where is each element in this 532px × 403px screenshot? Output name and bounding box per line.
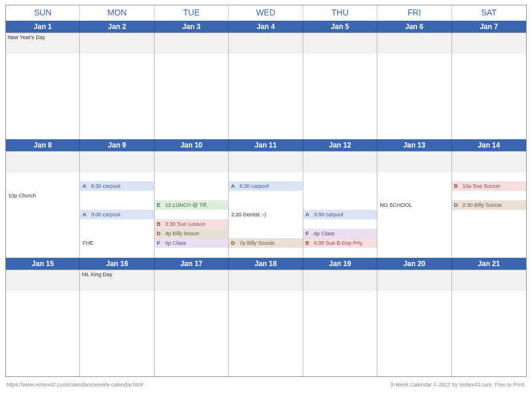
event-tagged: A8:30 carpool — [229, 181, 302, 191]
date-header: Jan 14 — [452, 139, 526, 151]
day-cell[interactable] — [155, 270, 229, 376]
date-header: Jan 4 — [229, 21, 303, 33]
date-header: Jan 9 — [80, 139, 154, 151]
event-plain: 10p Church — [6, 191, 79, 200]
event-text: 2:30 Billy Soccer — [460, 202, 526, 208]
date-header: Jan 11 — [229, 139, 303, 151]
day-cell[interactable] — [6, 270, 80, 376]
event-category-tag: A — [303, 212, 312, 218]
event-category-tag: D — [452, 202, 460, 208]
dow-header: WED — [229, 5, 303, 21]
event-category-tag: F — [155, 240, 163, 246]
event-text: 7p Billy Scouts — [237, 240, 302, 246]
date-header: Jan 19 — [303, 258, 377, 270]
event-text: 4p Billy lesson — [163, 231, 228, 236]
event-category-tag: B — [452, 183, 460, 189]
date-header: Jan 17 — [155, 258, 229, 270]
event-category-tag: A — [80, 212, 88, 218]
event-tagged: F6p Class — [155, 238, 228, 248]
allday-strip — [80, 33, 153, 53]
date-header: Jan 3 — [155, 21, 229, 33]
event-tagged: D2:30 Billy Soccer — [452, 200, 526, 210]
day-cell[interactable] — [229, 270, 303, 376]
allday-strip — [155, 33, 228, 53]
allday-strip: New Year's Day — [6, 33, 79, 53]
allday-strip — [155, 270, 228, 290]
event-category-tag: D — [155, 231, 163, 236]
allday-strip — [229, 33, 302, 53]
event-text: 6:30 Sue B-Day Prty — [312, 240, 377, 246]
event-category-tag: F — [303, 231, 312, 236]
event-text: 8:30 carpool — [237, 183, 302, 189]
date-header: Jan 16 — [80, 258, 154, 270]
day-cell[interactable] — [377, 33, 451, 139]
event-text: 3:00 carpool — [88, 212, 153, 218]
allday-strip — [80, 152, 153, 172]
allday-strip — [377, 33, 451, 53]
day-cell[interactable]: E12 LUNCH @ Tiff.B3:30 Sue LessonD4p Bil… — [155, 151, 229, 258]
event-category-tag: A — [229, 183, 237, 189]
event-text: 8:30 carpool — [88, 183, 153, 189]
day-cell[interactable] — [377, 270, 451, 376]
day-cell[interactable] — [80, 33, 154, 139]
date-header: Jan 18 — [229, 258, 303, 270]
day-cell[interactable]: New Year's Day — [6, 33, 80, 139]
day-cell[interactable]: A3:00 carpoolF6p ClassB6:30 Sue B-Day Pr… — [303, 151, 377, 258]
day-cell[interactable]: A8:30 carpoolA3:00 carpool FHE — [80, 151, 154, 258]
date-header: Jan 13 — [377, 139, 451, 151]
event-category-tag: D — [229, 240, 237, 246]
event-tagged: A3:00 carpool — [303, 210, 377, 219]
day-cell[interactable] — [452, 33, 526, 139]
date-header: Jan 15 — [6, 258, 80, 270]
date-header: Jan 7 — [452, 21, 526, 33]
footer: https://www.vertex42.com/calendars/weekl… — [5, 382, 527, 388]
dow-header: FRI — [377, 5, 451, 21]
event-category-tag: A — [80, 183, 88, 189]
day-cell[interactable] — [303, 270, 377, 376]
event-text: 12 LUNCH @ Tiff. — [163, 202, 228, 208]
allday-strip — [229, 270, 302, 290]
event-tagged: B3:30 Sue Lesson — [155, 219, 228, 229]
dow-header: SAT — [452, 5, 526, 21]
day-cell[interactable] — [155, 33, 229, 139]
event-tagged: B6:30 Sue B-Day Prty — [303, 238, 377, 248]
event-tagged: B10a Sue Soccer — [452, 181, 526, 191]
event-plain: FHE — [80, 238, 153, 248]
date-header: Jan 2 — [80, 21, 154, 33]
day-cell[interactable] — [303, 33, 377, 139]
event-category-tag: B — [155, 221, 163, 227]
date-header: Jan 6 — [377, 21, 451, 33]
day-cell[interactable] — [229, 33, 303, 139]
day-cell[interactable]: NO SCHOOL — [377, 151, 451, 258]
allday-strip — [452, 33, 526, 53]
event-text: 3:30 Sue Lesson — [163, 221, 228, 227]
allday-strip — [452, 270, 526, 290]
day-cell[interactable]: 10p Church — [6, 151, 80, 258]
event-text: 6p Class — [312, 231, 377, 236]
event-text: 3:00 carpool — [312, 212, 377, 218]
day-cell[interactable]: A8:30 carpool2:20 Dentist :-)D7p Billy S… — [229, 151, 303, 258]
date-header: Jan 20 — [377, 258, 451, 270]
date-header: Jan 12 — [303, 139, 377, 151]
date-header: Jan 21 — [452, 258, 526, 270]
allday-strip — [229, 152, 302, 172]
allday-strip — [303, 152, 377, 172]
event-plain: 2:20 Dentist :-) — [229, 210, 302, 219]
event-text: 6p Class — [163, 240, 228, 246]
event-tagged: D7p Billy Scouts — [229, 238, 302, 248]
day-cell[interactable]: ML King Day — [80, 270, 154, 376]
allday-strip — [377, 270, 451, 290]
allday-strip — [377, 152, 451, 172]
day-cell[interactable] — [452, 270, 526, 376]
allday-strip — [6, 152, 79, 172]
allday-strip — [155, 152, 228, 172]
event-category-tag: E — [155, 202, 163, 208]
date-header: Jan 1 — [6, 21, 80, 33]
date-header: Jan 5 — [303, 21, 377, 33]
footer-url: https://www.vertex42.com/calendars/weekl… — [7, 382, 143, 388]
event-tagged: F6p Class — [303, 229, 377, 238]
day-cell[interactable]: B10a Sue SoccerD2:30 Billy Soccer — [452, 151, 526, 258]
event-tagged: A8:30 carpool — [80, 181, 153, 191]
allday-strip — [303, 270, 377, 290]
date-header: Jan 8 — [6, 139, 80, 151]
